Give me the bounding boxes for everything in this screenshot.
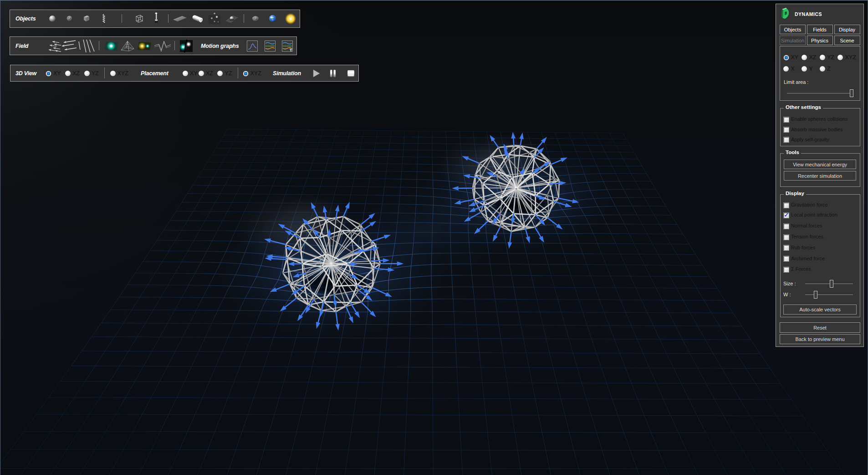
svg-text:T: T [290,47,292,52]
